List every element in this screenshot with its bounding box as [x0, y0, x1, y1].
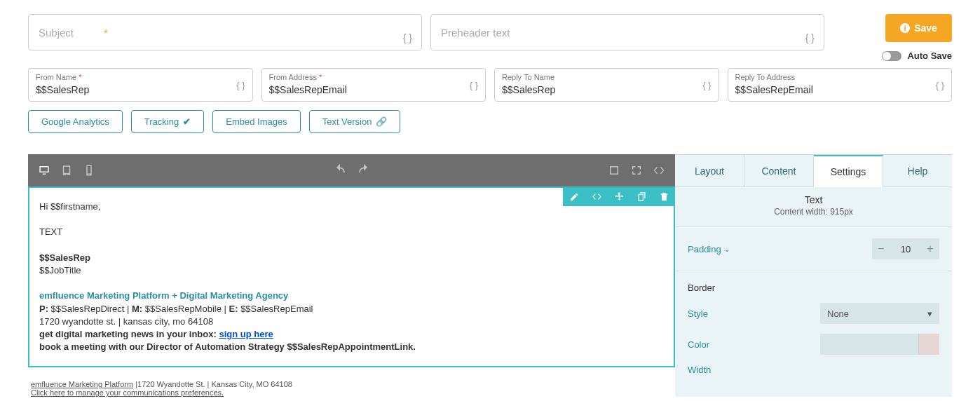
edit-icon[interactable] — [563, 186, 585, 206]
google-analytics-button[interactable]: Google Analytics — [28, 110, 123, 133]
border-style-label: Style — [688, 308, 708, 319]
color-swatch — [918, 334, 939, 355]
subject-field: * { } — [28, 14, 422, 61]
copy-icon[interactable] — [630, 186, 653, 206]
padding-input[interactable] — [890, 238, 921, 259]
reply-address-field[interactable]: Reply To Address $$SalesRepEmail { } — [728, 68, 953, 102]
square-icon[interactable] — [608, 164, 620, 177]
address-line: 1720 wyandotte st. | kansas city, mo 641… — [39, 315, 664, 328]
token-icon[interactable]: { } — [702, 80, 711, 90]
code-view-icon[interactable] — [653, 164, 665, 177]
reply-name-field[interactable]: Reply To Name $$SalesRep { } — [494, 68, 719, 102]
tracking-button[interactable]: Tracking✔ — [131, 110, 204, 133]
block-code-icon[interactable] — [585, 186, 608, 206]
phone-line: P: $$SalesRepDirect | M: $$SalesRepMobil… — [39, 303, 664, 315]
autosave-toggle-row: Auto Save — [882, 50, 952, 61]
mobile-view-icon[interactable] — [83, 164, 95, 177]
meeting-line: book a meeting with our Director of Auto… — [39, 341, 416, 352]
email-footer: emfluence Marketing Platform |1720 Wyand… — [28, 380, 675, 397]
news-line: get digital marketing news in your inbox… — [39, 328, 664, 341]
editor-toolbar — [28, 154, 675, 186]
signup-link[interactable]: sign up here — [219, 329, 273, 339]
save-button[interactable]: i Save — [885, 14, 952, 42]
tablet-view-icon[interactable] — [60, 164, 73, 177]
redo-icon[interactable] — [357, 163, 371, 177]
link-icon: 🔗 — [376, 116, 387, 127]
from-address-field[interactable]: From Address * $$SalesRepEmail { } — [261, 68, 486, 102]
text-version-button[interactable]: Text Version🔗 — [309, 110, 401, 133]
border-color-picker[interactable] — [820, 334, 939, 355]
autosave-label: Auto Save — [907, 50, 952, 61]
salesrep-token: $$SalesRep — [39, 252, 90, 263]
chevron-down-icon: ⌄ — [724, 245, 730, 253]
settings-panel: Layout Content Settings Help Text Conten… — [675, 154, 952, 397]
preheader-input[interactable] — [430, 14, 824, 50]
border-width-label: Width — [688, 365, 711, 375]
border-section-label: Border — [688, 283, 939, 293]
subject-input[interactable] — [28, 14, 422, 50]
tab-help[interactable]: Help — [883, 155, 952, 187]
border-color-label: Color — [688, 339, 709, 350]
panel-header: Text Content width: 915px — [675, 187, 952, 227]
info-icon: i — [900, 23, 910, 33]
body-text: TEXT — [39, 226, 664, 238]
tab-layout[interactable]: Layout — [675, 155, 744, 187]
padding-increase[interactable]: + — [921, 238, 939, 259]
padding-stepper: − + — [872, 238, 939, 259]
preheader-field: { } — [430, 14, 824, 61]
check-icon: ✔ — [183, 116, 191, 127]
from-name-field[interactable]: From Name * $$SalesRep { } — [28, 68, 253, 102]
move-icon[interactable] — [608, 186, 630, 206]
required-asterisk: * — [104, 27, 108, 39]
token-icon[interactable]: { } — [236, 80, 245, 90]
token-icon[interactable]: { } — [936, 80, 944, 90]
preheader-token-icon[interactable]: { } — [805, 32, 815, 43]
jobtitle-token: $$JobTitle — [39, 264, 664, 277]
subject-token-icon[interactable]: { } — [403, 32, 412, 43]
padding-label[interactable]: Padding ⌄ — [688, 244, 730, 254]
delete-icon[interactable] — [653, 186, 675, 206]
footer-brand-link[interactable]: emfluence Marketing Platform — [31, 380, 133, 388]
undo-icon[interactable] — [333, 163, 347, 177]
padding-decrease[interactable]: − — [872, 238, 890, 259]
block-actions — [563, 186, 675, 206]
tab-settings[interactable]: Settings — [814, 155, 883, 187]
dropdown-caret-icon: ▾ — [927, 308, 932, 319]
company-name: emfluence Marketing Platform + Digital M… — [39, 290, 664, 302]
desktop-view-icon[interactable] — [38, 164, 50, 177]
autosave-toggle[interactable] — [882, 51, 901, 61]
embed-images-button[interactable]: Embed Images — [212, 110, 300, 133]
tab-content[interactable]: Content — [744, 155, 814, 187]
border-style-select[interactable]: None ▾ — [820, 303, 939, 324]
token-icon[interactable]: { } — [470, 80, 478, 90]
expand-icon[interactable] — [630, 164, 643, 177]
editor-canvas[interactable]: Hi $$firstname, TEXT $$SalesRep $$JobTit… — [28, 186, 675, 367]
preferences-link[interactable]: Click here to manage your communications… — [31, 388, 224, 397]
